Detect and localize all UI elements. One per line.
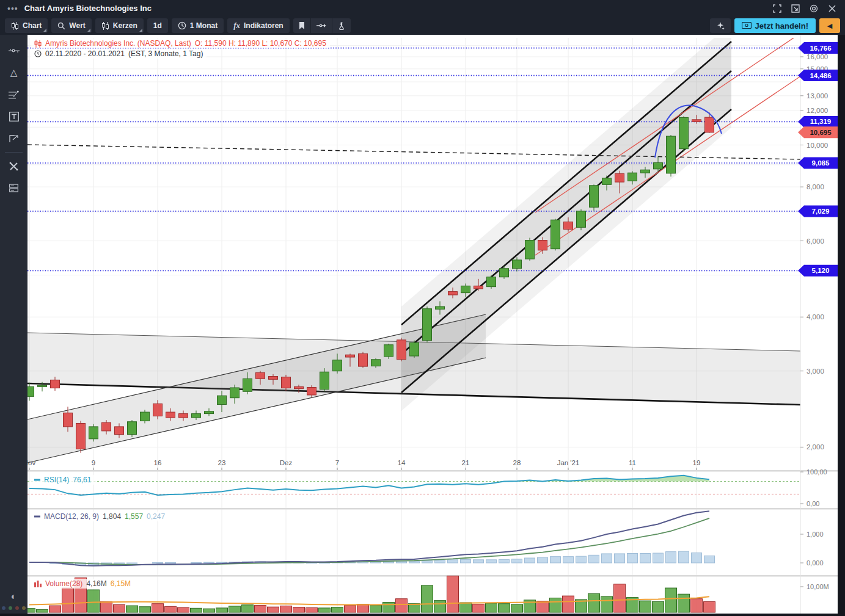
analysis-tool-button[interactable] xyxy=(332,18,351,33)
volume-bar xyxy=(139,607,151,612)
theme-contrast-icon[interactable]: ◐ xyxy=(11,591,16,601)
volume-bar xyxy=(704,602,715,612)
kerzen-button[interactable]: Kerzen xyxy=(95,18,144,33)
trade-now-button[interactable]: Jetzt handeln! xyxy=(734,18,816,33)
range-info: (EST, 3 Monate, 1 Tag) xyxy=(128,49,203,58)
macd-hist-bar xyxy=(461,559,471,563)
close-icon[interactable] xyxy=(825,2,839,15)
annotation-tool-icon[interactable] xyxy=(0,128,27,150)
svg-text:100,00: 100,00 xyxy=(807,468,827,476)
rsi-legend[interactable]: RSI(14) 76,61 xyxy=(31,475,95,485)
volume-label: Volume(28) xyxy=(45,579,82,588)
candle-body xyxy=(628,173,637,181)
window-menu-icon[interactable]: ••• xyxy=(7,4,18,13)
macd-signal-value: 1,557 xyxy=(125,512,143,521)
window-bottom-edge xyxy=(27,614,845,616)
candle-body xyxy=(448,292,458,295)
volume-bar xyxy=(653,601,664,612)
macd-label: MACD(12, 26, 9) xyxy=(44,512,99,521)
trendline-tool-icon[interactable] xyxy=(0,40,27,62)
candle-body xyxy=(320,372,329,390)
range-legend[interactable]: 02.11.2020 - 20.01.2021 (EST, 3 Monate, … xyxy=(31,49,207,59)
price-line-icon xyxy=(316,23,326,29)
window-title: Chart Amyris Biotechnologies Inc xyxy=(24,4,152,13)
chart-canvas[interactable]: Nov91623Dez7142128Jan '21111917,00016,00… xyxy=(27,35,845,616)
candle-body xyxy=(359,353,368,366)
svg-text:16,000: 16,000 xyxy=(807,53,828,60)
macd-hist-bar xyxy=(538,557,548,563)
wert-button-label: Wert xyxy=(69,21,85,30)
candle-body xyxy=(128,422,137,435)
text-tool-icon[interactable] xyxy=(0,106,27,128)
candle-body xyxy=(667,136,676,173)
volume-bar xyxy=(319,608,331,612)
macd-hist-bar xyxy=(191,563,202,563)
volume-bar xyxy=(422,585,433,612)
shapes-tool-icon[interactable]: △ xyxy=(0,62,27,84)
candle-body xyxy=(115,427,124,435)
volume-bar xyxy=(563,596,574,612)
volume-bar xyxy=(588,593,600,612)
svg-text:9: 9 xyxy=(92,459,95,466)
volume-bar xyxy=(242,605,254,612)
volume-bar xyxy=(216,608,228,612)
record-icon[interactable] xyxy=(807,2,821,15)
candle-body xyxy=(564,222,573,229)
candle-body xyxy=(294,386,304,388)
svg-text:0,00: 0,00 xyxy=(807,500,819,507)
volume-bar xyxy=(27,609,35,612)
volume-bar xyxy=(37,609,48,612)
volume-bar xyxy=(473,604,485,612)
chart-window: ••• Chart Amyris Biotechnologies Inc Cha… xyxy=(0,0,845,616)
volume-bar xyxy=(293,607,305,612)
tools-settings-icon[interactable] xyxy=(0,155,27,177)
macd-legend[interactable]: MACD(12, 26, 9) 1,804 1,557 0,247 xyxy=(31,512,169,521)
wert-button[interactable]: Wert xyxy=(51,18,91,33)
collapse-panel-button[interactable]: ◀ xyxy=(819,18,840,33)
volume-bar xyxy=(434,601,446,612)
candle-body xyxy=(64,413,73,427)
bookmark-button[interactable] xyxy=(293,18,310,33)
fullscreen-icon[interactable] xyxy=(770,2,784,15)
fibonacci-tool-icon[interactable] xyxy=(0,84,27,106)
popout-icon[interactable] xyxy=(789,2,802,15)
interval-button[interactable]: 1d xyxy=(147,18,168,33)
magic-tools-button[interactable] xyxy=(710,18,731,33)
macd-hist-bar xyxy=(551,557,561,563)
volume-bar xyxy=(383,603,395,612)
rsi-line-icon xyxy=(34,479,40,481)
color-swatch-blue[interactable] xyxy=(2,606,5,610)
layers-icon[interactable] xyxy=(0,177,27,199)
instrument-legend[interactable]: Amyris Biotechnologies Inc. (NASDAQ, Las… xyxy=(31,38,330,48)
svg-text:Dez: Dez xyxy=(280,459,293,466)
svg-text:5,120: 5,120 xyxy=(812,267,830,274)
alert-line-button[interactable] xyxy=(311,18,332,33)
chart-type-button[interactable]: Chart xyxy=(5,18,48,33)
rsi-value: 76,61 xyxy=(73,476,91,484)
volume-bar xyxy=(152,604,164,612)
volume-legend[interactable]: Volume(28) 4,16M 6,15M xyxy=(31,579,134,589)
macd-hist-bar xyxy=(563,557,574,563)
period-button[interactable]: 1 Monat xyxy=(172,18,224,33)
flask-icon xyxy=(338,22,345,30)
candle-body xyxy=(166,412,175,418)
color-swatch-olive[interactable] xyxy=(22,606,26,610)
color-swatch-green[interactable] xyxy=(9,606,12,610)
banknote-icon xyxy=(742,21,752,31)
candle-body xyxy=(89,427,98,439)
svg-text:16: 16 xyxy=(154,459,162,466)
indikatoren-label: Indikatoren xyxy=(244,21,283,30)
candle-body xyxy=(487,277,496,287)
titlebar: ••• Chart Amyris Biotechnologies Inc xyxy=(0,0,845,16)
color-swatch-red[interactable] xyxy=(15,606,19,610)
candle-body xyxy=(615,173,624,182)
fx-icon: fx xyxy=(233,21,240,31)
svg-text:3,000: 3,000 xyxy=(807,368,824,375)
volume-bar xyxy=(126,606,138,612)
candle-body xyxy=(307,387,316,395)
indikatoren-button[interactable]: fx Indikatoren xyxy=(227,18,290,33)
volume-bar xyxy=(280,606,292,613)
volume-bar xyxy=(49,606,61,612)
candle-body xyxy=(256,372,265,379)
candle-body xyxy=(51,380,60,388)
